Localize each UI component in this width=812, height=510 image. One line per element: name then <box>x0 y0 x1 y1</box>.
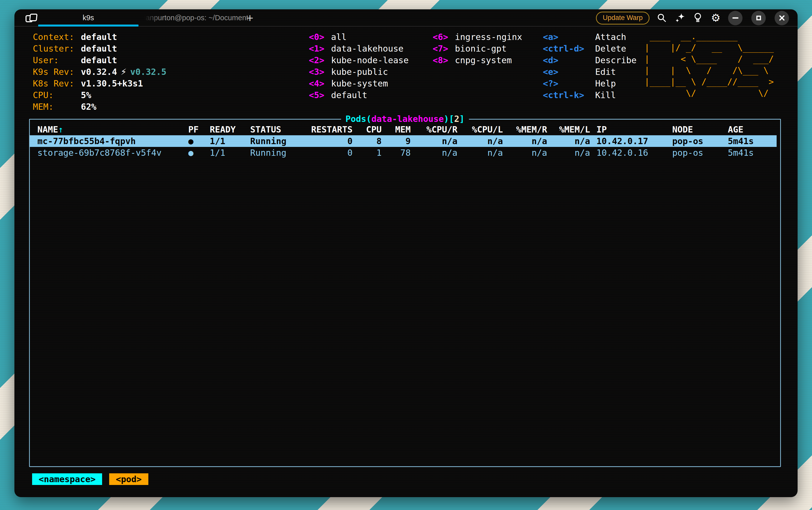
namespace-shortcut-bionic-gpt[interactable]: <7> bionic-gpt <box>433 43 522 54</box>
pod-status: Running <box>250 147 307 159</box>
pod-pmem-l: n/a <box>547 147 590 159</box>
tab-k9s[interactable]: k9s <box>38 9 139 26</box>
col-header-status: STATUS <box>250 124 307 135</box>
shortcut-label: bionic-gpt <box>455 43 507 54</box>
port-forward-dot-icon: ● <box>188 135 210 147</box>
command-kill[interactable]: <ctrl-k> Kill <box>543 89 637 101</box>
shortcut-label: ingress-nginx <box>455 31 522 43</box>
upgrade-bolt-icon: ⚡ <box>121 66 127 78</box>
shortcut-label: kube-public <box>331 66 388 78</box>
shortcut-label: Delete <box>595 43 626 54</box>
pod-pmem-r: n/a <box>503 135 547 147</box>
launch-config-icon[interactable] <box>25 12 38 24</box>
logo-line: \/ \/ <box>644 87 774 99</box>
pod-cpu: 1 <box>353 147 382 159</box>
namespace-shortcut-all[interactable]: <0> all <box>309 31 409 43</box>
shortcut-label: Kill <box>595 89 616 101</box>
command-delete[interactable]: <ctrl-d> Delete <box>543 43 637 54</box>
shortcut-key: <0> <box>309 31 331 43</box>
warp-terminal-window: k9s ianpurton@pop-os: ~/Document + Updat… <box>14 9 798 497</box>
logo-line: | |/ _/ __ \______ <box>644 42 774 53</box>
k9s-terminal[interactable]: Context: default Cluster: default User: … <box>14 27 798 497</box>
close-button[interactable] <box>775 11 789 25</box>
port-forward-dot-icon: ● <box>188 147 210 159</box>
namespace-shortcut-kube-system[interactable]: <4> kube-system <box>309 78 409 89</box>
info-row-mem: MEM: 62% <box>33 101 166 113</box>
namespace-shortcut-cnpg-system[interactable]: <8> cnpg-system <box>433 54 522 66</box>
breadcrumb-pod: <pod> <box>109 473 148 485</box>
info-value: default <box>81 43 117 54</box>
info-value: default <box>81 54 117 66</box>
namespace-shortcut-kube-public[interactable]: <3> kube-public <box>309 66 409 78</box>
sort-ascending-icon: ↑ <box>58 124 63 135</box>
info-row-cluster: Cluster: default <box>33 43 166 54</box>
search-icon[interactable] <box>656 11 667 24</box>
shortcut-key: <3> <box>309 66 331 78</box>
namespace-shortcut-kube-node-lease[interactable]: <2> kube-node-lease <box>309 54 409 66</box>
col-header-pcpu-r: %CPU/R <box>411 124 457 135</box>
pod-cpu: 8 <box>353 135 382 147</box>
logo-line: ____ __.________ <box>644 31 774 42</box>
info-row-k8s-rev: K8s Rev: v1.30.5+k3s1 <box>33 78 166 89</box>
maximize-icon <box>756 15 761 21</box>
shortcut-key: <7> <box>433 43 455 54</box>
k9s-ascii-logo: ____ __.________ | |/ _/ __ \______ | < … <box>644 31 774 99</box>
settings-gear-icon[interactable]: ⚙ <box>710 11 721 24</box>
breadcrumb-namespace: <namespace> <box>32 473 102 485</box>
pod-row-selected[interactable]: mc-77bfbc55b4-fqpvh ● 1/1 Running 0 8 9 … <box>30 135 777 147</box>
col-header-name: NAME↑ <box>37 124 188 135</box>
minimize-button[interactable] <box>728 11 743 25</box>
shortcut-key: <4> <box>309 78 331 89</box>
pods-table-header: NAME↑ PF READY STATUS RESTARTS CPU MEM %… <box>30 124 780 135</box>
namespace-shortcut-default[interactable]: <5> default <box>309 89 409 101</box>
new-tab-button[interactable]: + <box>243 11 257 25</box>
titlebar-controls: Update Warp <box>596 9 789 27</box>
pod-mem: 78 <box>382 147 411 159</box>
info-label: MEM: <box>33 101 81 113</box>
info-row-k9s-rev: K9s Rev: v0.32.4 ⚡ v0.32.5 <box>33 66 166 78</box>
ai-sparkles-icon[interactable] <box>674 11 685 24</box>
update-warp-button[interactable]: Update Warp <box>596 11 650 25</box>
shortcut-label: Edit <box>595 66 616 78</box>
lightbulb-icon[interactable] <box>692 11 703 24</box>
command-shortcuts: <a> Attach <ctrl-d> Delete <d> Describe … <box>543 31 637 101</box>
shortcut-label: data-lakehouse <box>331 43 403 54</box>
pods-panel: Pods(data-lakehouse)[2] NAME↑ PF READY S… <box>29 119 781 467</box>
shortcut-key: <ctrl-d> <box>543 43 595 54</box>
pod-pcpu-l: n/a <box>457 147 503 159</box>
col-header-pmem-l: %MEM/L <box>547 124 590 135</box>
shortcut-label: all <box>331 31 347 43</box>
shortcut-key: <e> <box>543 66 595 78</box>
command-edit[interactable]: <e> Edit <box>543 66 637 78</box>
col-header-node: NODE <box>672 124 728 135</box>
info-value: v0.32.4 <box>81 66 117 78</box>
shortcut-key: <1> <box>309 43 331 54</box>
shortcut-label: Help <box>595 78 616 89</box>
col-header-ip: IP <box>590 124 672 135</box>
info-label: Context: <box>33 31 81 43</box>
shortcut-key: <d> <box>543 54 595 66</box>
pod-pmem-r: n/a <box>503 147 547 159</box>
maximize-button[interactable] <box>751 11 766 25</box>
namespace-shortcut-ingress-nginx[interactable]: <6> ingress-nginx <box>433 31 522 43</box>
logo-line: |____|__ \ /____//____ > <box>644 76 774 87</box>
command-attach[interactable]: <a> Attach <box>543 31 637 43</box>
info-row-user: User: default <box>33 54 166 66</box>
info-label: K9s Rev: <box>33 66 81 78</box>
info-value: v1.30.5+k3s1 <box>81 78 143 89</box>
pod-age: 5m41s <box>728 147 780 159</box>
command-help[interactable]: <?> Help <box>543 78 637 89</box>
shortcut-key: <2> <box>309 54 331 66</box>
namespace-shortcut-data-lakehouse[interactable]: <1> data-lakehouse <box>309 43 409 54</box>
pod-restarts: 0 <box>307 147 353 159</box>
tab-shell[interactable]: ianpurton@pop-os: ~/Document <box>139 9 250 26</box>
pod-pcpu-r: n/a <box>411 147 457 159</box>
command-describe[interactable]: <d> Describe <box>543 54 637 66</box>
close-icon <box>779 15 785 21</box>
pod-pcpu-l: n/a <box>457 135 503 147</box>
breadcrumb: <namespace> <pod> <box>32 473 148 485</box>
pod-row[interactable]: storage-69b7c8768f-v5f4v ● 1/1 Running 0… <box>30 147 780 159</box>
pod-ip: 10.42.0.17 <box>590 135 672 147</box>
shortcut-key: <a> <box>543 31 595 43</box>
col-header-restarts: RESTARTS <box>307 124 353 135</box>
